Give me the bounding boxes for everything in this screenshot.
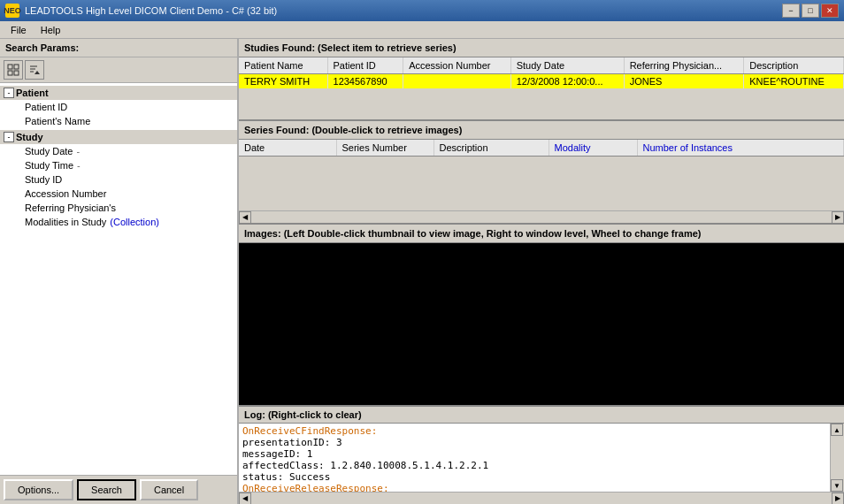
series-table-container[interactable]: Date Series Number Description Modality … xyxy=(239,140,844,210)
log-header: Log: (Right-click to clear) xyxy=(239,407,844,424)
svg-rect-0 xyxy=(8,65,12,69)
cell-description: KNEE^ROUTINE xyxy=(744,74,844,89)
log-hscroll-track xyxy=(251,494,832,503)
tree-item-study-id[interactable]: Study ID xyxy=(0,172,237,187)
series-col-number[interactable]: Series Number xyxy=(336,140,434,157)
bottom-buttons: Options... Search Cancel xyxy=(0,475,237,504)
series-col-date[interactable]: Date xyxy=(239,140,336,157)
log-scroll-up[interactable]: ▲ xyxy=(831,424,843,436)
study-expand[interactable]: - xyxy=(4,132,14,142)
tree-area: - Patient Patient ID Patient's Name - St… xyxy=(0,83,237,475)
cell-referring: JONES xyxy=(624,74,744,89)
toolbar-row xyxy=(0,57,237,83)
series-scroll-right[interactable]: ▶ xyxy=(832,211,844,224)
series-header: Series Found: (Double-click to retrieve … xyxy=(239,121,844,140)
main-content: Search Params: - Patient xyxy=(0,39,844,504)
cell-patient-name: TERRY SMITH xyxy=(239,74,327,89)
options-button[interactable]: Options... xyxy=(4,479,73,500)
search-params-header: Search Params: xyxy=(0,39,237,57)
patient-group-label: Patient xyxy=(16,88,49,98)
menu-file[interactable]: File xyxy=(4,23,34,37)
studies-header: Studies Found: (Select item to retrieve … xyxy=(239,39,844,57)
log-hscrollbar[interactable]: ◀ ▶ xyxy=(239,492,844,504)
patient-expand[interactable]: - xyxy=(4,88,14,98)
log-line-1: presentationID: 3 xyxy=(242,437,826,448)
series-scroll-left[interactable]: ◀ xyxy=(239,211,251,224)
patient-group-header[interactable]: - Patient xyxy=(0,86,237,100)
tree-item-referring-physician[interactable]: Referring Physician's xyxy=(0,201,237,215)
cell-study-date: 12/3/2008 12:00:0... xyxy=(510,74,624,89)
cell-accession xyxy=(403,74,511,89)
log-line-5: OnReceiveReleaseResponse: xyxy=(242,483,826,492)
grid-view-button[interactable] xyxy=(4,60,23,80)
patient-group: - Patient Patient ID Patient's Name xyxy=(0,85,237,129)
series-hscrollbar[interactable]: ◀ ▶ xyxy=(239,210,844,223)
sort-button[interactable] xyxy=(25,60,44,80)
close-button[interactable]: ✕ xyxy=(821,4,839,18)
svg-rect-3 xyxy=(14,71,19,75)
study-group-label: Study xyxy=(16,132,43,142)
studies-table-container[interactable]: Patient Name Patient ID Accession Number… xyxy=(239,57,844,119)
app-icon: NEO xyxy=(5,4,19,18)
series-col-description[interactable]: Description xyxy=(434,140,549,157)
title-bar: NEO LEADTOOLS High Level DICOM Client De… xyxy=(0,0,844,21)
svg-rect-1 xyxy=(14,65,19,69)
col-patient-id[interactable]: Patient ID xyxy=(327,57,403,74)
series-table: Date Series Number Description Modality … xyxy=(239,140,844,157)
cell-patient-id: 1234567890 xyxy=(327,74,403,89)
title-controls: − □ ✕ xyxy=(782,4,839,18)
right-panel: Studies Found: (Select item to retrieve … xyxy=(239,39,844,504)
col-study-date[interactable]: Study Date xyxy=(510,57,624,74)
left-panel: Search Params: - Patient xyxy=(0,39,239,504)
menu-bar: File Help xyxy=(0,21,844,39)
minimize-button[interactable]: − xyxy=(782,4,800,18)
log-vscrollbar[interactable]: ▲ ▼ xyxy=(830,424,844,492)
studies-section: Studies Found: (Select item to retrieve … xyxy=(239,39,844,121)
log-scroll-left[interactable]: ◀ xyxy=(239,493,251,505)
series-section: Series Found: (Double-click to retrieve … xyxy=(239,121,844,225)
cancel-button[interactable]: Cancel xyxy=(140,479,198,500)
tree-item-accession-number[interactable]: Accession Number xyxy=(0,187,237,201)
col-accession-number[interactable]: Accession Number xyxy=(403,57,511,74)
log-vscroll-track xyxy=(831,436,844,479)
series-scroll-track xyxy=(251,213,832,222)
col-patient-name[interactable]: Patient Name xyxy=(239,57,327,74)
study-group-header[interactable]: - Study xyxy=(0,130,237,144)
menu-help[interactable]: Help xyxy=(34,23,68,37)
log-line-0: OnReceiveCFindResponse: xyxy=(242,425,826,437)
study-group: - Study Study Date - Study Time - Study … xyxy=(0,129,237,230)
tree-item-modalities[interactable]: Modalities in Study (Collection) xyxy=(0,215,237,229)
images-section: Images: (Left Double-click thumbnail to … xyxy=(239,225,844,407)
series-col-modality[interactable]: Modality xyxy=(549,140,637,157)
log-line-2: messageID: 1 xyxy=(242,448,826,460)
images-viewport xyxy=(239,243,844,405)
col-referring-physician[interactable]: Referring Physician... xyxy=(624,57,744,74)
log-line-4: status: Success xyxy=(242,471,826,483)
log-scroll-down[interactable]: ▼ xyxy=(831,479,843,492)
log-scroll-right[interactable]: ▶ xyxy=(832,493,844,505)
studies-table: Patient Name Patient ID Accession Number… xyxy=(239,57,844,88)
log-line-3: affectedClass: 1.2.840.10008.5.1.4.1.2.2… xyxy=(242,460,826,471)
col-description[interactable]: Description xyxy=(744,57,844,74)
log-content[interactable]: OnReceiveCFindResponse: presentationID: … xyxy=(239,424,830,492)
window-title: LEADTOOLS High Level DICOM Client Demo -… xyxy=(25,5,277,16)
svg-rect-2 xyxy=(8,71,12,75)
maximize-button[interactable]: □ xyxy=(802,4,819,18)
log-section: Log: (Right-click to clear) OnReceiveCFi… xyxy=(239,407,844,504)
table-row[interactable]: TERRY SMITH 1234567890 12/3/2008 12:00:0… xyxy=(239,74,844,89)
tree-item-study-time[interactable]: Study Time - xyxy=(0,158,237,172)
images-header: Images: (Left Double-click thumbnail to … xyxy=(239,225,844,243)
series-col-instances[interactable]: Number of Instances xyxy=(637,140,844,157)
tree-item-patient-name[interactable]: Patient's Name xyxy=(0,114,237,128)
search-button[interactable]: Search xyxy=(77,479,136,500)
title-bar-left: NEO LEADTOOLS High Level DICOM Client De… xyxy=(5,4,277,18)
tree-item-study-date[interactable]: Study Date - xyxy=(0,144,237,158)
tree-item-patient-id[interactable]: Patient ID xyxy=(0,100,237,114)
svg-marker-7 xyxy=(35,71,40,74)
